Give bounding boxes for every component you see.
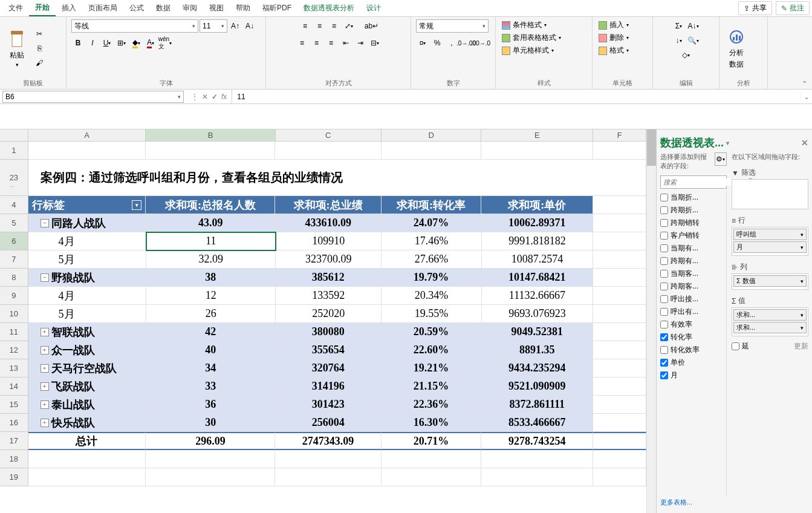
paste-button[interactable]: 粘贴▾ — [5, 28, 29, 69]
cell[interactable]: +飞跃战队 — [28, 377, 146, 396]
cell[interactable]: 10147.68421 — [481, 269, 593, 287]
field-checkbox[interactable] — [660, 194, 668, 201]
cell[interactable] — [481, 468, 593, 486]
cell[interactable]: 26 — [146, 305, 276, 323]
expand-button[interactable]: − — [41, 273, 49, 282]
cols-zone[interactable]: Σ 数值▾ — [732, 273, 808, 290]
field-checkbox[interactable] — [660, 295, 668, 303]
cell[interactable]: 27.66% — [382, 250, 481, 269]
cut-button[interactable]: ✂ — [33, 27, 46, 41]
cell[interactable] — [28, 468, 146, 486]
panel-settings-button[interactable]: ⚙▾ — [715, 152, 727, 166]
cell[interactable]: 30 — [146, 414, 276, 432]
cell[interactable]: 40 — [146, 341, 276, 359]
field-list[interactable]: 当期折...跨期折...跨期销转客户销转当期有...跨期有...当期客...跨期… — [660, 191, 727, 495]
tab-layout[interactable]: 页面布局 — [82, 1, 123, 16]
percent-button[interactable]: % — [430, 36, 444, 50]
find-button[interactable]: 🔍▾ — [687, 34, 700, 47]
select-all-corner[interactable] — [0, 129, 28, 141]
fx-button[interactable]: fx — [221, 93, 227, 101]
row-header[interactable]: 12 — [0, 341, 28, 359]
cell[interactable] — [593, 323, 646, 341]
cell[interactable] — [593, 341, 646, 359]
tab-pivot-analyze[interactable]: 数据透视表分析 — [297, 1, 360, 16]
field-checkbox[interactable] — [660, 232, 668, 240]
currency-button[interactable]: ¤▾ — [416, 36, 429, 50]
font-color-button[interactable]: A▾ — [144, 36, 157, 50]
cell[interactable]: 20.71% — [382, 432, 482, 450]
cell[interactable]: 22.60% — [382, 341, 481, 359]
title-cell[interactable]: 案例四：通过筛选呼叫组和月份，查看各组员的业绩情况 — [28, 160, 646, 196]
cell[interactable] — [146, 142, 275, 160]
cell[interactable] — [593, 359, 646, 377]
cell[interactable] — [275, 450, 381, 468]
align-right-button[interactable]: ≡ — [325, 36, 338, 50]
cell[interactable]: 9693.076923 — [482, 305, 594, 323]
italic-button[interactable]: I — [86, 36, 99, 50]
cell[interactable]: 42 — [146, 323, 276, 341]
accept-formula-button[interactable]: ✓ — [212, 93, 218, 101]
cell[interactable]: 19.55% — [382, 305, 481, 323]
phonetic-button[interactable]: wén文▾ — [158, 36, 172, 50]
cell[interactable]: 10087.2574 — [482, 250, 594, 269]
field-checkbox[interactable] — [660, 219, 668, 227]
row-header[interactable]: 11 — [0, 323, 28, 341]
cell[interactable]: 252020 — [276, 305, 382, 323]
comment-button[interactable]: ✎批注 — [776, 1, 810, 15]
cell[interactable]: 11132.66667 — [482, 287, 594, 305]
row-header[interactable]: 23 — [0, 160, 28, 196]
font-name-combo[interactable]: 等线▾ — [71, 19, 198, 33]
vals-zone[interactable]: 求和...▾ 求和...▾ — [732, 307, 808, 336]
cell[interactable] — [146, 468, 275, 486]
tab-foxit[interactable]: 福昕PDF — [256, 1, 297, 16]
cell[interactable] — [481, 450, 593, 468]
cell[interactable]: 2747343.09 — [275, 432, 381, 450]
bold-button[interactable]: B — [71, 36, 85, 50]
tab-review[interactable]: 审阅 — [177, 1, 203, 16]
cell[interactable]: 9991.818182 — [482, 232, 594, 250]
merge-button[interactable]: ⊟▾ — [368, 36, 382, 50]
panel-close-button[interactable]: ✕ — [801, 138, 808, 148]
align-bottom-button[interactable]: ≡ — [328, 19, 341, 33]
field-checkbox[interactable] — [660, 283, 668, 290]
cell[interactable]: 133592 — [276, 287, 382, 305]
field-item[interactable]: 跨期客... — [660, 280, 726, 293]
cell[interactable]: 256004 — [276, 414, 382, 432]
field-item[interactable]: 客户销转 — [660, 229, 726, 242]
tab-pivot-design[interactable]: 设计 — [360, 1, 387, 16]
cell[interactable] — [28, 142, 146, 160]
cell[interactable] — [593, 214, 646, 232]
cell[interactable]: 24.07% — [382, 214, 481, 232]
tab-file[interactable]: 文件 — [2, 1, 29, 16]
indent-increase-button[interactable]: ⇥ — [354, 36, 367, 50]
cell[interactable] — [275, 142, 381, 160]
expand-button[interactable]: − — [41, 219, 49, 227]
field-item[interactable]: 转化效率 — [660, 344, 726, 356]
cell[interactable] — [593, 450, 646, 468]
cell[interactable]: +泰山战队 — [28, 396, 146, 414]
cell[interactable] — [593, 468, 646, 486]
cell[interactable]: 5月 — [28, 250, 147, 269]
cell[interactable] — [593, 432, 646, 450]
field-checkbox[interactable] — [660, 346, 668, 354]
clear-button[interactable]: ◇▾ — [680, 48, 693, 62]
field-item[interactable]: 跨期折... — [660, 204, 726, 217]
field-item[interactable]: 当期客... — [660, 267, 726, 280]
expand-button[interactable]: + — [41, 400, 49, 409]
row-header[interactable]: 1 — [0, 142, 28, 160]
val-field-1[interactable]: 求和...▾ — [733, 309, 807, 321]
decrease-decimal-button[interactable]: .00→.0 — [474, 36, 487, 50]
indent-decrease-button[interactable]: ⇤ — [339, 36, 352, 50]
rows-zone[interactable]: 呼叫组▾ 月▾ — [732, 227, 808, 256]
copy-button[interactable]: ⎘ — [33, 42, 46, 55]
share-button[interactable]: ⇪共享 — [738, 1, 772, 15]
field-checkbox[interactable] — [660, 244, 668, 252]
row-header[interactable]: 7 — [0, 250, 28, 269]
formula-input[interactable]: 11 — [232, 90, 800, 103]
col-header-f[interactable]: F — [593, 129, 646, 141]
tab-help[interactable]: 帮助 — [230, 1, 256, 16]
ribbon-collapse-button[interactable]: ⌃ — [802, 80, 807, 87]
cell[interactable]: 8891.35 — [481, 341, 593, 359]
cell[interactable]: 21.15% — [382, 377, 481, 396]
field-checkbox[interactable] — [660, 257, 668, 265]
